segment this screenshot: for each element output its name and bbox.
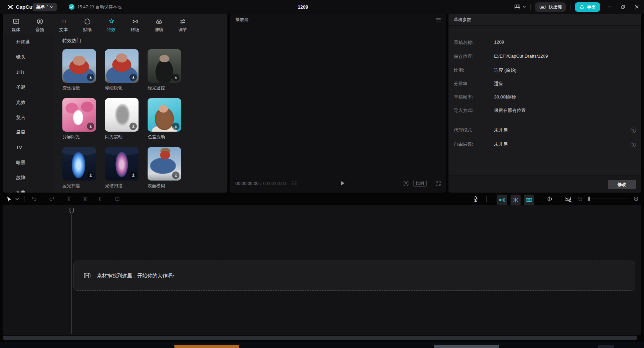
download-icon[interactable]: [87, 74, 94, 81]
preview-axis-toggle[interactable]: [524, 195, 534, 205]
effect-card[interactable]: 表面模糊: [148, 147, 181, 189]
tab-text[interactable]: TI 文本: [52, 16, 75, 34]
category-item[interactable]: TV: [3, 140, 54, 155]
category-item[interactable]: 暗黑: [3, 155, 54, 170]
tab-media[interactable]: 媒体: [4, 16, 28, 34]
restore-button[interactable]: [618, 2, 628, 12]
linkage-toggle[interactable]: [511, 195, 521, 205]
effect-card[interactable]: 蓝光扫描: [62, 147, 96, 189]
hamburger-menu-icon[interactable]: [436, 18, 441, 22]
category-item[interactable]: 圣诞: [3, 80, 54, 95]
effect-thumbnail[interactable]: [105, 98, 139, 132]
zoom-out-icon[interactable]: [577, 194, 583, 204]
effect-thumbnail[interactable]: [62, 147, 96, 181]
undo-icon[interactable]: [31, 194, 38, 204]
player-controls: 00:00:00:00 / 00:00:00:00 比例: [230, 178, 446, 188]
download-icon[interactable]: [87, 171, 94, 179]
effects-grid: 特效热门 变焦推镜 精细锐化 绿光监控: [60, 34, 227, 193]
draft-row: 比例: 适应 (原始): [448, 67, 641, 74]
download-icon[interactable]: [172, 123, 179, 130]
select-tool-icon[interactable]: [6, 194, 12, 204]
fullscreen-icon[interactable]: [435, 180, 441, 187]
redo-icon[interactable]: [48, 194, 55, 204]
adapt-width-icon[interactable]: [546, 194, 553, 204]
zoom-in-icon[interactable]: [633, 194, 639, 204]
effect-card[interactable]: 精细锐化: [105, 49, 139, 91]
modify-button[interactable]: 修改: [608, 180, 636, 189]
shortcuts-label: 快捷键: [549, 4, 562, 10]
download-icon[interactable]: [129, 74, 137, 81]
effect-card[interactable]: 绿光监控: [148, 49, 181, 91]
effect-card[interactable]: 光谱扫描: [105, 147, 139, 189]
category-item[interactable]: 故障: [3, 170, 54, 185]
tab-effects[interactable]: 特效: [99, 16, 123, 34]
close-button[interactable]: [632, 2, 641, 12]
section-title: 特效热门: [62, 38, 81, 44]
download-icon[interactable]: [129, 171, 137, 179]
tab-sticker[interactable]: 贴纸: [75, 16, 99, 34]
category-item[interactable]: 光效: [3, 95, 54, 110]
timeline-zoom-slider[interactable]: [588, 199, 630, 199]
draft-row-label: 自由层级:: [454, 141, 473, 147]
tab-adjust[interactable]: 调节: [171, 16, 195, 34]
trim-left-icon[interactable]: [82, 194, 89, 204]
timeline[interactable]: 素材拖拽到这里，开始你的大作吧~: [3, 205, 641, 335]
download-icon[interactable]: [129, 123, 137, 130]
horizontal-scrollbar[interactable]: [3, 336, 637, 340]
draft-row-label: 草稿帧率:: [454, 94, 473, 100]
question-icon[interactable]: ?: [631, 142, 636, 147]
category-item[interactable]: 镜头: [3, 50, 54, 65]
ratio-button[interactable]: 比例: [413, 180, 427, 187]
category-item[interactable]: 迪厅: [3, 65, 54, 80]
shortcuts-button[interactable]: 快捷键: [535, 2, 566, 12]
effect-card[interactable]: 色差流动: [148, 98, 181, 140]
category-item[interactable]: 扭曲: [3, 185, 54, 193]
effect-card[interactable]: 闪光震动: [105, 98, 139, 140]
effect-thumbnail[interactable]: [105, 147, 139, 181]
tab-transition[interactable]: 转场: [123, 16, 147, 34]
effect-thumbnail[interactable]: [148, 147, 181, 181]
play-button[interactable]: [337, 178, 347, 188]
preview-quality-icon[interactable]: [291, 181, 297, 186]
tab-filter[interactable]: 滤镜: [147, 16, 171, 34]
tool-dropdown-chevron-icon[interactable]: [15, 194, 19, 204]
crop-icon[interactable]: [114, 194, 121, 204]
timeline-drop-zone[interactable]: 素材拖拽到这里，开始你的大作吧~: [73, 261, 635, 291]
export-button[interactable]: 导出: [575, 2, 600, 12]
effect-card[interactable]: 变焦推镜: [62, 49, 96, 91]
download-icon[interactable]: [172, 171, 179, 179]
tab-audio[interactable]: 音频: [28, 16, 52, 34]
effect-thumbnail[interactable]: [148, 49, 181, 83]
category-item[interactable]: 星星: [3, 125, 54, 140]
timeline-zoom-icon[interactable]: [564, 194, 572, 204]
trim-right-icon[interactable]: [98, 194, 105, 204]
question-icon[interactable]: ?: [631, 128, 636, 133]
split-icon[interactable]: [66, 194, 72, 204]
effect-card[interactable]: 分屏闪光: [62, 98, 96, 140]
menu-button[interactable]: 菜单: [33, 3, 57, 11]
effect-name: 表面模糊: [148, 183, 181, 189]
download-icon[interactable]: [87, 123, 94, 130]
record-audio-icon[interactable]: [472, 194, 479, 204]
effect-thumbnail[interactable]: [105, 49, 139, 83]
category-item[interactable]: 开闭幕: [3, 34, 54, 50]
layout-switch-button[interactable]: [514, 3, 526, 10]
timeline-zoom-slider-handle[interactable]: [588, 197, 590, 201]
effect-thumbnail[interactable]: [148, 98, 181, 132]
playhead[interactable]: [69, 208, 74, 215]
text-TI-icon: TI: [60, 18, 67, 25]
export-label: 导出: [587, 4, 596, 10]
effect-name: 色差流动: [148, 134, 181, 140]
effect-thumbnail[interactable]: [62, 98, 96, 132]
category-item[interactable]: 复古: [3, 110, 54, 125]
effect-thumbnail[interactable]: [62, 49, 96, 83]
resource-tabbar: 媒体 音频 TI 文本 贴纸 特效 转场: [3, 14, 227, 34]
minimize-button[interactable]: [604, 2, 614, 12]
download-icon[interactable]: [172, 74, 179, 81]
chevron-down-icon: [523, 6, 526, 8]
snap-toggle[interactable]: [497, 195, 507, 205]
focus-zoom-icon[interactable]: [403, 180, 409, 187]
time-total: 00:00:00:00: [263, 181, 286, 186]
free-layer-row: 自由层级: 未开启 ?: [448, 141, 641, 148]
player-panel: 播放器 00:00:00:00 / 00:00:00:00: [230, 14, 446, 193]
